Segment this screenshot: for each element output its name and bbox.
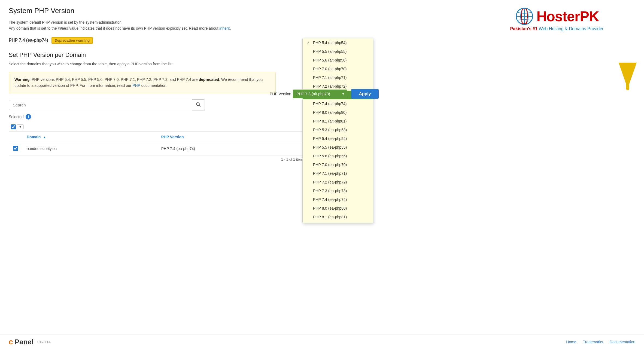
php-version-item[interactable]: PHP 7.0 (alt-php70) — [303, 65, 373, 73]
pagination-info: 1 - 1 of 1 items — [9, 156, 305, 163]
inherit-link[interactable]: inherit — [219, 26, 230, 30]
page-title: System PHP Version — [9, 7, 305, 15]
php-version-selector-label: PHP Version — [270, 92, 291, 96]
php-version-item[interactable]: PHP 8.1 (ea-php81) — [303, 213, 373, 221]
bulk-action-dropdown[interactable]: ▼ — [17, 124, 24, 129]
selected-label: Selected — [9, 115, 23, 119]
footer-link-trademarks[interactable]: Trademarks — [583, 340, 603, 344]
description: The system default PHP version is set by… — [9, 19, 305, 32]
cpanel-c: c — [9, 338, 13, 346]
cpanel-panel: Panel — [15, 338, 34, 346]
table-body: nandersecurity.ea PHP 7.4 (ea-php74) — [9, 142, 305, 155]
php-doc-link[interactable]: PHP — [132, 83, 140, 88]
sort-arrow-icon: ▲ — [43, 135, 46, 139]
warning-text1: : PHP versions PHP 5.4, PHP 5.5, PHP 5.6… — [29, 77, 199, 82]
row-checkbox[interactable] — [13, 146, 18, 151]
php-version-item[interactable]: PHP 5.3 (ea-php53) — [303, 125, 373, 134]
deprecation-badge: Deprecation warning — [51, 37, 93, 44]
select-all-checkbox[interactable] — [11, 124, 16, 129]
php-version-item[interactable]: PHP 5.6 (alt-php56) — [303, 56, 373, 65]
system-php-label: PHP 7.4 (ea-php74) — [9, 38, 48, 43]
logo-subtitle-normal: Web Hosting & Domains Provider — [539, 26, 604, 31]
cpanel-version: 106.0.14 — [37, 340, 51, 344]
php-version-item[interactable]: PHP 7.4 (ea-php74) — [303, 195, 373, 204]
php-version-item[interactable]: inherit — [303, 221, 373, 223]
selected-row: Selected 1 — [9, 114, 305, 120]
php-version-item[interactable]: PHP 8.1 (alt-php81) — [303, 117, 373, 125]
table-row: nandersecurity.ea PHP 7.4 (ea-php74) — [9, 142, 305, 155]
php-version-item[interactable]: PHP 8.0 (alt-php80) — [303, 108, 373, 117]
logo-globe-icon — [515, 7, 534, 26]
php-version-item[interactable]: PHP 8.0 (ea-php80) — [303, 204, 373, 213]
footer-link-documentation[interactable]: Documentation — [610, 340, 635, 344]
domain-table: Domain ▲ PHP Version nandersecurity.ea P… — [9, 132, 305, 156]
table-th-domain[interactable]: Domain ▲ — [22, 132, 157, 142]
logo-text: HosterPK — [537, 9, 599, 23]
desc-line2-post: . — [230, 26, 231, 30]
warning-bold2: deprecated — [199, 77, 219, 82]
warning-box: Warning: PHP versions PHP 5.4, PHP 5.5, … — [9, 72, 276, 93]
warning-bold: Warning — [14, 77, 29, 82]
table-th-phpversion[interactable]: PHP Version — [157, 132, 305, 142]
section-desc: Select the domains that you wish to chan… — [9, 61, 305, 67]
table-header-row: Domain ▲ PHP Version — [9, 132, 305, 142]
php-version-item[interactable]: PHP 7.1 (alt-php71) — [303, 73, 373, 82]
php-version-item[interactable]: PHP 5.4 (ea-php54) — [303, 134, 373, 143]
search-row — [9, 99, 205, 111]
desc-line2-mid: value indicates that it does not have it… — [68, 26, 220, 30]
main-content: System PHP Version The system default PH… — [0, 0, 313, 170]
row-checkbox-cell — [9, 142, 22, 155]
table-th-checkbox — [9, 132, 22, 142]
logo-subtitle: Pakistan's #1 Web Hosting & Domains Prov… — [510, 26, 603, 31]
section-title: Set PHP Version per Domain — [9, 51, 305, 59]
svg-line-7 — [199, 105, 201, 106]
php-version-item[interactable]: PHP 5.5 (ea-php55) — [303, 143, 373, 152]
desc-inherit-italic: inherit — [58, 26, 68, 30]
php-version-item[interactable]: PHP 7.4 (alt-php74) — [303, 99, 373, 108]
row-php-version: PHP 7.4 (ea-php74) — [157, 142, 305, 155]
logo-area: HosterPK Pakistan's #1 Web Hosting & Dom… — [470, 0, 644, 38]
search-icon — [196, 102, 201, 107]
footer-link-home[interactable]: Home — [566, 340, 576, 344]
php-version-item[interactable]: PHP 5.5 (alt-php55) — [303, 47, 373, 56]
php-version-select[interactable]: PHP 7.3 (alt-php73) — [293, 90, 347, 98]
apply-button[interactable]: Apply — [351, 89, 378, 99]
logo-top: HosterPK — [515, 7, 599, 26]
row-domain: nandersecurity.ea — [22, 142, 157, 155]
table-toolbar: ▼ — [9, 122, 305, 132]
desc-line1: The system default PHP version is set by… — [9, 20, 121, 25]
logo-subtitle-bold: Pakistan's #1 — [510, 26, 537, 31]
php-version-item[interactable]: PHP 7.3 (ea-php73) — [303, 186, 373, 195]
php-version-item[interactable]: PHP 5.4 (alt-php54) — [303, 38, 373, 47]
arrow-annotation — [617, 63, 639, 95]
search-button[interactable] — [192, 99, 205, 111]
desc-line2-pre: Any domain that is set to the — [9, 26, 58, 30]
system-php-row: PHP 7.4 (ea-php74) Deprecation warning — [9, 37, 305, 44]
footer-links: Home Trademarks Documentation — [566, 340, 635, 344]
cpanel-logo: c Panel 106.0.14 — [9, 338, 51, 346]
php-version-item[interactable]: PHP 7.1 (ea-php71) — [303, 169, 373, 178]
php-version-selector-row: PHP Version PHP 7.3 (alt-php73) ▼ Apply — [270, 89, 379, 99]
php-version-item[interactable]: PHP 5.6 (ea-php56) — [303, 152, 373, 160]
footer: c Panel 106.0.14 Home Trademarks Documen… — [0, 335, 644, 349]
selected-badge: 1 — [26, 114, 31, 120]
php-version-item[interactable]: PHP 7.0 (ea-php70) — [303, 160, 373, 169]
php-version-item[interactable]: PHP 7.2 (ea-php72) — [303, 178, 373, 186]
warning-text3: documentation. — [140, 83, 168, 88]
search-input[interactable] — [9, 100, 192, 110]
php-version-dropdown[interactable]: PHP 5.4 (alt-php54)PHP 5.5 (alt-php55)PH… — [302, 38, 373, 223]
